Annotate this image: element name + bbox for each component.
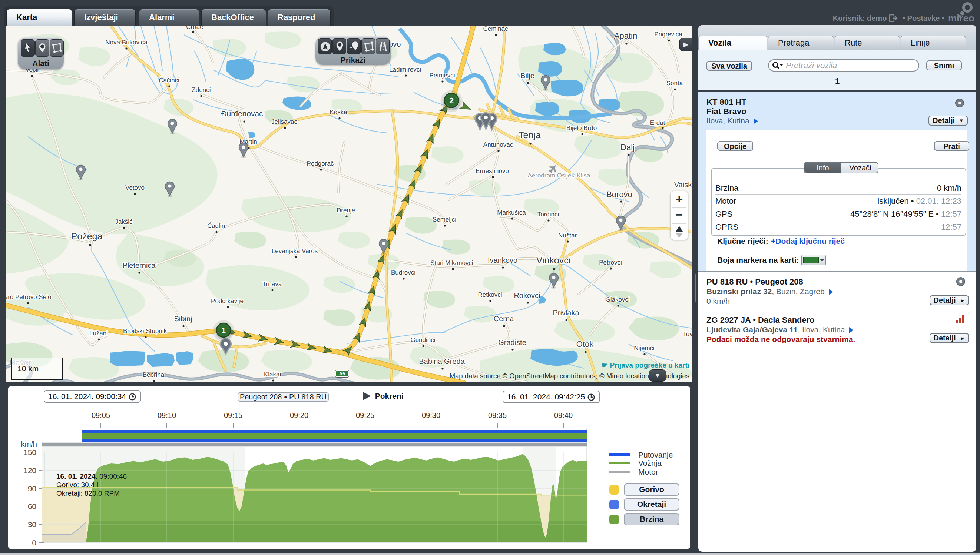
svg-text:Ladimirevci: Ladimirevci [389,66,421,73]
svg-text:09:15: 09:15 [224,411,243,419]
svg-text:Vožnja: Vožnja [638,459,662,467]
svg-text:Bijelo Brdo: Bijelo Brdo [566,125,597,132]
svg-text:Okretaji: 820,0 RPM: Okretaji: 820,0 RPM [56,489,120,497]
svg-text:Vetovo: Vetovo [125,184,145,191]
svg-text:120: 120 [23,466,36,475]
svg-text:Okretaji: Okretaji [637,500,666,508]
svg-text:2: 2 [449,96,454,105]
svg-text:Jelisavac: Jelisavac [272,118,297,125]
svg-text:Podcrkavlje: Podcrkavlje [211,297,244,305]
svg-text:Ernestinovo: Ernestinovo [476,167,509,175]
svg-text:Vaiska: Vaiska [674,181,692,189]
svg-text:Trnava: Trnava [262,281,282,287]
svg-text:Požega: Požega [71,231,103,242]
svg-text:Tovarnik: Tovarnik [683,330,692,337]
svg-text:0: 0 [32,538,36,547]
svg-text:16. 01. 2024. 09:00:46: 16. 01. 2024. 09:00:46 [56,472,127,480]
svg-text:Ivankovo: Ivankovo [488,257,517,265]
svg-text:Erdut: Erdut [650,119,665,126]
svg-text:Retkovci: Retkovci [478,291,502,298]
svg-text:09:20: 09:20 [290,411,308,419]
svg-text:1: 1 [221,326,226,335]
svg-text:Đurđenovac: Đurđenovac [221,110,263,118]
svg-text:Drenje: Drenje [337,207,355,214]
svg-text:09:05: 09:05 [92,411,110,419]
svg-text:Privlaka: Privlaka [553,309,579,317]
svg-text:Markušica: Markušica [497,209,526,216]
svg-text:Tenja: Tenja [519,130,541,140]
svg-text:Pleternica: Pleternica [123,261,156,270]
svg-text:Nova Bukovica: Nova Bukovica [105,39,148,46]
svg-text:Gorivo: 30,4 l: Gorivo: 30,4 l [56,481,98,489]
svg-text:Prigrevica: Prigrevica [654,31,682,38]
svg-text:Podgorač: Podgorač [307,160,334,167]
svg-text:Gundinci: Gundinci [410,337,435,343]
svg-text:Klakar: Klakar [264,371,282,378]
svg-text:km/h: km/h [21,440,37,448]
svg-text:Dalj: Dalj [620,143,635,152]
svg-text:Brzina: Brzina [640,515,664,523]
svg-text:Vinkovci: Vinkovci [537,255,571,266]
svg-text:Čaglin: Čaglin [207,222,225,229]
svg-text:90: 90 [28,484,36,493]
svg-text:Koška: Koška [329,109,347,115]
svg-text:Slakovci: Slakovci [606,296,629,303]
svg-text:mireo: mireo [948,13,974,24]
svg-text:Jakšić: Jakšić [115,218,133,225]
svg-text:Bebrina: Bebrina [143,371,165,378]
svg-text:30: 30 [28,520,36,529]
svg-text:Nuštar: Nuštar [558,232,577,239]
svg-text:Nijemci: Nijemci [634,345,655,351]
svg-text:09:30: 09:30 [422,411,440,419]
svg-text:Petrijevci: Petrijevci [430,72,455,79]
svg-text:Petrovci: Petrovci [599,259,622,266]
svg-text:Babina Greda: Babina Greda [419,358,465,366]
svg-text:Staro Petrovo Selo: Staro Petrovo Selo [6,294,51,300]
svg-text:09:25: 09:25 [356,411,374,419]
svg-text:Gorivo: Gorivo [639,485,664,494]
svg-text:Otok: Otok [576,339,594,349]
svg-text:Rokovci: Rokovci [514,292,540,300]
svg-text:Brodski Stupnik: Brodski Stupnik [123,327,167,335]
svg-text:Lužani: Lužani [89,330,108,337]
svg-text:Budrovci: Budrovci [391,269,416,276]
svg-text:09:40: 09:40 [554,411,573,419]
svg-text:Motor: Motor [638,468,658,476]
svg-text:150: 150 [23,448,36,456]
svg-text:Stari Mikanovci: Stari Mikanovci [431,259,473,266]
svg-text:Cerna: Cerna [494,315,514,323]
svg-text:Čačinci: Čačinci [159,77,179,84]
svg-text:Antunovac: Antunovac [484,141,513,148]
svg-text:09:10: 09:10 [157,411,176,419]
svg-text:Apatin: Apatin [614,31,637,40]
svg-text:Čeminac: Čeminac [483,26,508,32]
svg-text:Putovanje: Putovanje [638,451,673,459]
svg-text:Gradište: Gradište [498,338,526,347]
svg-text:Semeljci: Semeljci [432,216,456,223]
svg-text:Borovo: Borovo [606,190,632,199]
svg-text:Tordinci: Tordinci [537,211,559,218]
svg-text:60: 60 [28,502,36,510]
svg-text:Crnac: Crnac [186,26,203,30]
svg-text:Aerodrom Osijek-Klisa: Aerodrom Osijek-Klisa [527,172,590,179]
svg-text:Sonta: Sonta [667,80,683,87]
svg-text:Levanjska Varoš: Levanjska Varoš [272,247,318,255]
svg-text:Bilje: Bilje [521,72,535,80]
svg-text:Zdenci: Zdenci [192,86,210,93]
svg-text:09:35: 09:35 [488,411,507,419]
svg-text:Sibinj: Sibinj [174,315,192,323]
